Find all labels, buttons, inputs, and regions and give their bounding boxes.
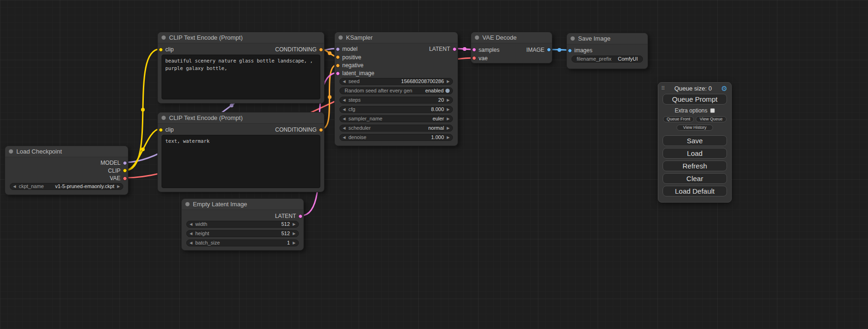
settings-gear-icon[interactable]: ⚙ [721, 85, 727, 92]
node-clip-negative-titlebar[interactable]: CLIP Text Encode (Prompt) [158, 112, 324, 124]
port-input-vae[interactable] [472, 56, 476, 60]
collapse-dot-icon[interactable] [185, 202, 190, 206]
decrement-arrow-icon[interactable]: ◀ [190, 240, 192, 246]
node-save-image-titlebar[interactable]: Save Image [567, 33, 648, 44]
clear-button[interactable]: Clear [663, 173, 727, 184]
widget-width[interactable]: ◀ width 512 ▶ [186, 221, 299, 228]
port-output-vae[interactable] [123, 176, 127, 181]
queue-size-label: Queue size: 0 [665, 85, 721, 92]
decrement-arrow-icon[interactable]: ◀ [13, 183, 16, 189]
node-save-image[interactable]: Save Image images filename_prefix ComfyU… [566, 33, 648, 69]
drag-handle-icon[interactable]: ⠿ [661, 85, 665, 91]
increment-arrow-icon[interactable]: ▶ [293, 231, 296, 237]
increment-arrow-icon[interactable]: ▶ [447, 106, 450, 112]
node-empty-latent-titlebar[interactable]: Empty Latent Image [182, 199, 303, 210]
link-midpoint-dot-clip1 [141, 108, 145, 112]
slot-input-vae: vae [479, 55, 487, 62]
collapse-dot-icon[interactable] [162, 116, 166, 120]
negative-prompt-textarea[interactable]: text, watermark [162, 135, 320, 188]
port-output-latent[interactable] [452, 47, 457, 51]
collapse-dot-icon[interactable] [162, 35, 166, 40]
widget-ckpt-name[interactable]: ◀ ckpt_name v1-5-pruned-emaonly.ckpt ▶ [10, 183, 123, 190]
link-midpoint-dot-cond1 [328, 51, 332, 55]
slot-output-vae: VAE [110, 175, 120, 182]
widget-sampler-name[interactable]: ◀ sampler_name euler ▶ [339, 115, 453, 122]
save-button[interactable]: Save [663, 135, 727, 146]
positive-prompt-textarea[interactable]: beautiful scenery nature glass bottle la… [162, 55, 320, 99]
collapse-dot-icon[interactable] [475, 35, 479, 40]
node-ksampler[interactable]: KSampler model positive negative latent_… [334, 32, 458, 146]
widget-batch-size[interactable]: ◀ batch_size 1 ▶ [186, 239, 299, 246]
widget-seed[interactable]: ◀ seed 156680208700286 ▶ [339, 78, 453, 85]
extra-options-checkbox[interactable] [710, 108, 715, 113]
load-button[interactable]: Load [663, 148, 727, 159]
increment-arrow-icon[interactable]: ▶ [293, 221, 296, 227]
decrement-arrow-icon[interactable]: ◀ [190, 231, 192, 237]
extra-options-row: Extra options [658, 107, 731, 114]
decrement-arrow-icon[interactable]: ◀ [343, 78, 346, 84]
node-vae-decode[interactable]: VAE Decode samples vae IMAGE [471, 32, 552, 63]
port-output-clip[interactable] [123, 168, 127, 173]
widget-height[interactable]: ◀ height 512 ▶ [186, 230, 299, 237]
decrement-arrow-icon[interactable]: ◀ [343, 106, 346, 112]
port-output-latent[interactable] [298, 214, 303, 218]
slot-input-clip: clip [165, 46, 174, 53]
decrement-arrow-icon[interactable]: ◀ [343, 97, 346, 103]
link-clip-to-negative-prompt [126, 129, 160, 170]
node-clip-text-encode-positive[interactable]: CLIP Text Encode (Prompt) clip CONDITION… [157, 32, 325, 104]
toggle-knob-icon[interactable] [445, 89, 450, 93]
node-empty-latent-image[interactable]: Empty Latent Image LATENT ◀ width 512 ▶ … [181, 198, 304, 251]
collapse-dot-icon[interactable] [571, 36, 575, 41]
port-output-conditioning[interactable] [319, 48, 323, 52]
view-history-button[interactable]: View History [677, 125, 713, 131]
collapse-dot-icon[interactable] [339, 35, 343, 40]
widget-filename-prefix[interactable]: filename_prefix ComfyUI [572, 56, 643, 63]
node-ksampler-titlebar[interactable]: KSampler [335, 32, 458, 43]
node-clip-text-encode-negative[interactable]: CLIP Text Encode (Prompt) clip CONDITION… [157, 112, 325, 192]
decrement-arrow-icon[interactable]: ◀ [343, 125, 346, 131]
port-output-conditioning[interactable] [319, 128, 323, 132]
increment-arrow-icon[interactable]: ▶ [447, 97, 450, 103]
extra-options-label: Extra options [675, 107, 707, 114]
decrement-arrow-icon[interactable]: ◀ [343, 116, 346, 122]
decrement-arrow-icon[interactable]: ◀ [190, 221, 192, 227]
port-input-model[interactable] [336, 47, 340, 51]
port-input-negative[interactable] [336, 63, 340, 68]
collapse-dot-icon[interactable] [9, 149, 13, 154]
port-input-samples[interactable] [472, 48, 476, 52]
port-output-image[interactable] [547, 48, 551, 52]
view-queue-button[interactable]: View Queue [696, 116, 727, 122]
node-clip-positive-titlebar[interactable]: CLIP Text Encode (Prompt) [158, 32, 324, 43]
widget-denoise[interactable]: ◀ denoise 1.000 ▶ [339, 134, 453, 141]
port-input-clip[interactable] [159, 48, 163, 52]
increment-arrow-icon[interactable]: ▶ [447, 134, 450, 140]
node-vae-decode-titlebar[interactable]: VAE Decode [471, 32, 552, 43]
increment-arrow-icon[interactable]: ▶ [447, 78, 450, 84]
port-input-positive[interactable] [336, 55, 340, 59]
widget-steps[interactable]: ◀ steps 20 ▶ [339, 97, 453, 104]
increment-arrow-icon[interactable]: ▶ [447, 125, 450, 131]
widget-random-seed-toggle[interactable]: Random seed after every gen enabled [339, 87, 453, 94]
load-default-button[interactable]: Load Default [663, 186, 727, 196]
comfyui-canvas[interactable]: Load Checkpoint MODEL CLIP VAE ◀ ckpt_na… [0, 0, 868, 329]
widget-cfg[interactable]: ◀ cfg 8.000 ▶ [339, 106, 453, 113]
increment-arrow-icon[interactable]: ▶ [447, 116, 450, 122]
port-input-latent-image[interactable] [336, 71, 340, 76]
node-load-checkpoint[interactable]: Load Checkpoint MODEL CLIP VAE ◀ ckpt_na… [5, 146, 128, 195]
increment-arrow-icon[interactable]: ▶ [293, 240, 296, 246]
widget-value: euler [432, 116, 444, 122]
widget-value: ComfyUI [618, 56, 638, 62]
port-output-model[interactable] [123, 161, 127, 165]
increment-arrow-icon[interactable]: ▶ [117, 183, 120, 189]
widget-scheduler[interactable]: ◀ scheduler normal ▶ [339, 125, 453, 132]
decrement-arrow-icon[interactable]: ◀ [343, 134, 346, 140]
queue-front-button[interactable]: Queue Front [663, 116, 694, 122]
queue-prompt-button[interactable]: Queue Prompt [663, 94, 727, 105]
widget-name: ckpt_name [19, 183, 44, 189]
node-title-text: Load Checkpoint [16, 148, 62, 155]
widget-name: cfg [348, 106, 355, 112]
node-load-checkpoint-titlebar[interactable]: Load Checkpoint [5, 146, 128, 157]
port-input-images[interactable] [568, 49, 572, 53]
port-input-clip[interactable] [159, 128, 163, 132]
refresh-button[interactable]: Refresh [663, 161, 727, 171]
